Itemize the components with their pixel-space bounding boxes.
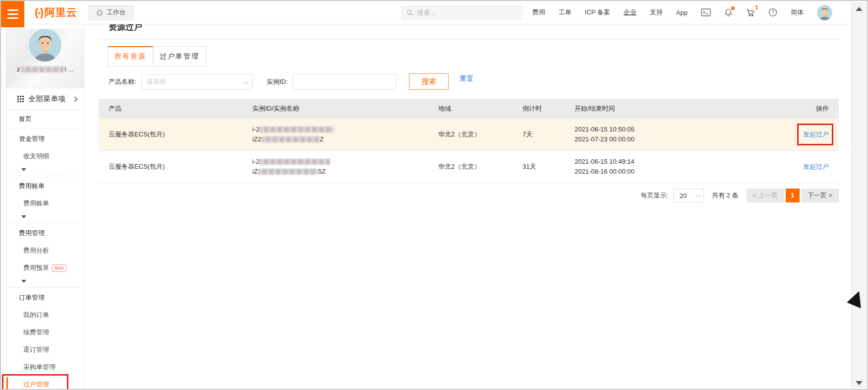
sidebar-item-income-expense[interactable]: 收支明细	[6, 147, 84, 165]
profile-card: z l ...	[6, 29, 84, 88]
title-divider	[99, 39, 839, 40]
search-icon	[406, 9, 413, 16]
scroll-down-arrow-icon[interactable]	[856, 381, 863, 385]
language-switch[interactable]: 简体	[791, 8, 804, 17]
cell-region: 华北2（北京）	[428, 151, 513, 183]
cell-product: 云服务器ECS(包月)	[99, 151, 242, 183]
per-page-value: 20	[680, 192, 687, 199]
next-page-button[interactable]: 下一页 >	[801, 189, 839, 202]
instance-id-input[interactable]	[292, 74, 397, 90]
beta-badge: Beta	[52, 264, 66, 272]
cart-icon[interactable]: 1	[746, 8, 755, 17]
sidebar-item-home[interactable]: 首页	[6, 110, 84, 128]
help-icon[interactable]: ?	[768, 8, 777, 17]
sidebar-item-my-orders[interactable]: 我的订单	[6, 306, 84, 324]
triangle-down-icon	[21, 215, 26, 218]
svg-text:?: ?	[771, 10, 774, 15]
sidebar-item-bills[interactable]: 费用账单	[6, 195, 84, 212]
col-product: 产品	[99, 99, 242, 119]
instance-id-prefix: i-2	[252, 158, 259, 165]
resource-tabs: 所有资源 过户单管理	[99, 46, 839, 66]
resource-table: 产品 实例ID/实例名称 地域 倒计时 开始/结束时间 操作 云服务器ECS(包…	[99, 99, 839, 183]
collapse-toggle-funds[interactable]	[6, 165, 84, 175]
terminal-icon[interactable]	[701, 8, 711, 16]
tab-transfer-orders[interactable]: 过户单管理	[153, 46, 206, 66]
instance-id-redacted	[259, 159, 330, 165]
search-button[interactable]: 搜索	[409, 73, 449, 90]
tab-all-resources[interactable]: 所有资源	[108, 46, 153, 66]
instance-name-prefix: iZ	[252, 168, 258, 175]
table-header-row: 产品 实例ID/实例名称 地域 倒计时 开始/结束时间 操作	[99, 99, 839, 119]
instance-id-label: 实例ID:	[267, 77, 288, 86]
page-title: 资源过户	[99, 24, 839, 33]
topbar-link-icp[interactable]: ICP 备案	[585, 8, 610, 17]
collapse-toggle-cost[interactable]	[6, 276, 84, 286]
topbar-link-app[interactable]: App	[676, 9, 688, 16]
sidebar-item-budget[interactable]: 费用预算Beta	[6, 259, 84, 276]
cell-time: 2021-06-15 10:49:14 2021-08-16 00:00:00	[565, 151, 742, 183]
cell-instance: i-2 iZ5Z	[242, 151, 428, 183]
cell-countdown: 31天	[513, 151, 565, 183]
aliyun-logo[interactable]: (-) 阿里云	[35, 5, 77, 19]
cell-action: 发起过户	[742, 151, 839, 183]
scroll-up-arrow-icon[interactable]	[856, 7, 863, 11]
cell-region: 华北2（北京）	[428, 119, 513, 151]
username-prefix: z	[17, 65, 20, 73]
hamburger-menu-icon[interactable]	[1, 1, 24, 27]
instance-name-prefix: iZ2	[252, 135, 261, 143]
logo-text: 阿里云	[45, 5, 77, 19]
grid-icon	[17, 96, 24, 102]
page-buttons: < 上一页 1 下一页 >	[747, 189, 839, 202]
topbar-link-billing[interactable]: 费用	[532, 8, 545, 17]
username-suffix: l ...	[65, 65, 73, 73]
topbar-link-enterprise[interactable]: 企业	[624, 8, 637, 17]
search-input[interactable]	[417, 9, 517, 16]
reset-link[interactable]: 重置	[460, 74, 473, 83]
cell-product: 云服务器ECS(包月)	[99, 119, 242, 151]
start-time: 2021-06-15 10:49:14	[575, 157, 732, 167]
end-time: 2021-07-23 00:00:00	[575, 134, 732, 144]
sidebar-section-funds[interactable]: 资金管理	[6, 130, 84, 147]
sidebar-item-cost-analysis[interactable]: 费用分析	[6, 242, 84, 259]
sidebar-item-unsubscribe[interactable]: 退订管理	[6, 341, 84, 358]
cell-action: 发起过户	[742, 119, 839, 151]
per-page-select[interactable]: 20	[673, 189, 704, 202]
current-page[interactable]: 1	[786, 189, 800, 202]
workbench-tab[interactable]: 工作台	[88, 5, 134, 20]
end-time: 2021-08-16 00:00:00	[575, 167, 732, 177]
username-redacted	[21, 66, 64, 72]
triangle-down-icon	[21, 168, 26, 171]
budget-label: 费用预算	[23, 264, 49, 271]
sidebar-item-renewal[interactable]: 续费管理	[6, 324, 84, 341]
user-avatar[interactable]	[817, 5, 832, 20]
panel-collapse-arrow-icon[interactable]	[846, 291, 861, 310]
sidebar-section-orders[interactable]: 订单管理	[6, 289, 84, 306]
cell-instance: i-2 iZ2Z	[242, 119, 428, 151]
notification-bell-icon[interactable]	[724, 8, 733, 17]
col-action: 操作	[742, 99, 839, 119]
notification-dot	[731, 6, 735, 10]
initiate-transfer-link[interactable]: 发起过户	[803, 130, 829, 139]
topbar-link-support[interactable]: 支持	[650, 8, 663, 17]
all-menu-items[interactable]: 全部菜单项	[6, 88, 84, 110]
divider	[6, 287, 79, 288]
sidebar-item-purchase[interactable]: 采购单管理	[6, 358, 84, 376]
vertical-scrollbar[interactable]	[851, 2, 866, 388]
sidebar-section-bills[interactable]: 费用账单	[6, 177, 84, 195]
collapse-toggle-bills[interactable]	[6, 212, 84, 222]
table-row: 云服务器ECS(包月) i-2 iZ2Z 华北2（北京） 7天 2021-06-…	[99, 119, 839, 151]
prev-page-button[interactable]: < 上一页	[747, 189, 784, 202]
initiate-transfer-link[interactable]: 发起过户	[803, 162, 829, 171]
start-time: 2021-06-15 10:50:05	[575, 125, 732, 134]
profile-avatar[interactable]	[29, 29, 61, 62]
sidebar-item-transfer[interactable]: 过户管理	[6, 376, 84, 390]
all-menu-label: 全部菜单项	[28, 94, 68, 104]
instance-name-redacted	[258, 169, 318, 175]
divider	[6, 176, 79, 176]
sidebar-section-cost[interactable]: 费用管理	[6, 224, 84, 242]
left-gutter	[1, 24, 6, 390]
topbar-link-tickets[interactable]: 工单	[559, 8, 572, 17]
table-row: 云服务器ECS(包月) i-2 iZ5Z 华北2（北京） 31天 2021-06…	[99, 151, 839, 183]
instance-name-suffix: Z	[320, 135, 324, 143]
product-select[interactable]: 请选择	[141, 74, 253, 90]
